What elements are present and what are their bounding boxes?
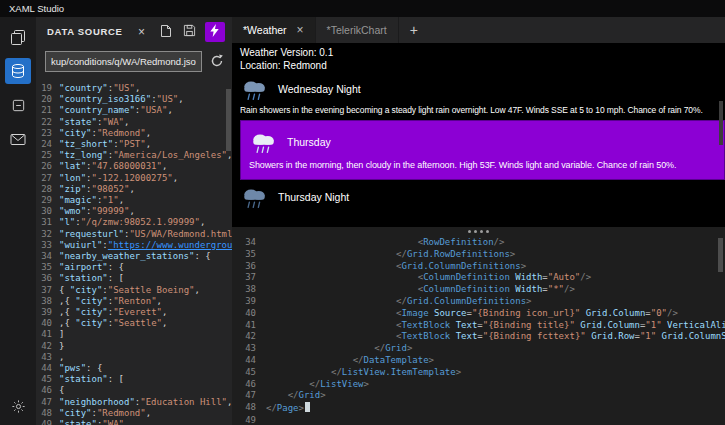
feedback-button[interactable] <box>2 124 34 154</box>
line-text: "pws": { <box>59 363 232 374</box>
tab-telerikchart[interactable]: *TelerikChart <box>316 17 399 43</box>
json-line[interactable]: 35"airport": { <box>36 262 232 273</box>
json-line[interactable]: 26"lat":"47.68000031", <box>36 161 232 172</box>
tab-close-icon[interactable]: × <box>297 24 304 36</box>
json-line[interactable]: 28"zip":"98052", <box>36 184 232 195</box>
code-line[interactable]: 39</Grid.ColumnDefinitions> <box>232 296 725 308</box>
line-text: </ListView> <box>266 379 725 391</box>
forecast-title: Wednesday Night <box>278 83 361 95</box>
panel-title: DATA SOURCE <box>47 26 126 37</box>
json-line[interactable]: 47"neighborhood":"Education Hill", <box>36 397 232 408</box>
tab-weather[interactable]: *Weather× <box>232 17 316 43</box>
forecast-text: Showers in the morning, then cloudy in t… <box>249 160 716 170</box>
json-line[interactable]: 34"nearby_weather_stations": { <box>36 251 232 262</box>
code-line[interactable]: 37<ColumnDefinition Width="Auto"/> <box>232 272 725 284</box>
json-line[interactable]: 29"magic":"1", <box>36 195 232 206</box>
code-line[interactable]: 41<TextBlock Text="{Binding title}" Grid… <box>232 320 725 332</box>
main-area: *Weather×*TelerikChart+ Weather Version:… <box>232 17 725 425</box>
json-line[interactable]: 25"tz_long":"America/Los_Angeles", <box>36 150 232 161</box>
preview-app-title: Weather Version: 0.1 <box>240 46 725 59</box>
code-line[interactable]: 44</DataTemplate> <box>232 355 725 367</box>
json-line[interactable]: 30"wmo":"99999", <box>36 206 232 217</box>
data-source-url-input[interactable] <box>45 51 202 72</box>
json-line[interactable]: 20"country_iso3166":"US", <box>36 94 232 105</box>
json-line[interactable]: 33"wuiurl":"https://www.wunderground.com… <box>36 240 232 251</box>
json-line[interactable]: 39,{ "city":"Everett", <box>36 307 232 318</box>
json-data-viewer[interactable]: 19"country":"US",20"country_iso3166":"US… <box>36 83 232 425</box>
code-line[interactable]: 35</Grid.RowDefinitions> <box>232 249 725 261</box>
line-text: "lat":"47.68000031", <box>59 161 232 172</box>
new-tab-button[interactable]: + <box>399 17 429 43</box>
forecast-item[interactable]: Thursday Night <box>240 184 725 210</box>
lightning-bolt-icon <box>210 23 220 41</box>
code-line[interactable]: 43</Grid> <box>232 343 725 355</box>
json-line[interactable]: 44"pws": { <box>36 363 232 374</box>
json-line[interactable]: 38,{ "city":"Renton", <box>36 296 232 307</box>
line-text: ,{ "city":"Seattle", <box>59 318 232 329</box>
live-data-button[interactable] <box>205 22 225 42</box>
code-line[interactable]: 34<RowDefinition/> <box>232 237 725 249</box>
code-line[interactable]: 36<Grid.ColumnDefinitions> <box>232 261 725 273</box>
line-text: { <box>59 385 232 396</box>
json-line[interactable]: 19"country":"US", <box>36 83 232 94</box>
live-preview: Weather Version: 0.1 Location: Redmond W… <box>232 43 725 227</box>
code-line[interactable]: 38<ColumnDefinition Width="*"/> <box>232 284 725 296</box>
code-line[interactable]: 46</ListView> <box>232 379 725 391</box>
json-line[interactable]: 31"l":"/q/zmw:98052.1.99999", <box>36 217 232 228</box>
line-number: 48 <box>232 402 256 415</box>
json-line[interactable]: 27"lon":"-122.12000275", <box>36 173 232 184</box>
close-panel-button[interactable]: × <box>133 23 150 40</box>
line-number: 27 <box>36 173 52 184</box>
line-number: 34 <box>232 237 256 249</box>
line-text: ,{ "city":"Everett", <box>59 307 232 318</box>
json-line[interactable]: 42} <box>36 341 232 352</box>
json-line[interactable]: 48"city":"Redmond", <box>36 408 232 419</box>
forecast-title: Thursday Night <box>278 191 349 203</box>
json-line[interactable]: 37{ "city":"Seattle Boeing", <box>36 285 232 296</box>
json-line[interactable]: 24"tz_short":"PST", <box>36 139 232 150</box>
line-number: 42 <box>36 341 52 352</box>
line-number: 40 <box>232 308 256 320</box>
json-line[interactable]: 22"state":"WA", <box>36 117 232 128</box>
code-line[interactable]: 42<TextBlock Text="{Binding fcttext}" Gr… <box>232 331 725 343</box>
documents-button[interactable] <box>2 22 34 52</box>
json-line[interactable]: 23"city":"Redmond", <box>36 128 232 139</box>
line-text: "l":"/q/zmw:98052.1.99999", <box>59 217 232 228</box>
forecast-item[interactable]: ThursdayShowers in the morning, then clo… <box>240 120 725 180</box>
code-line[interactable]: 48</Page> <box>232 402 725 415</box>
xaml-code-editor[interactable]: 34<RowDefinition/>35</Grid.RowDefinition… <box>232 235 725 425</box>
json-line[interactable]: 40,{ "city":"Seattle", <box>36 318 232 329</box>
line-number: 36 <box>36 273 52 284</box>
json-line[interactable]: 32"requesturl":"US/WA/Redmond.html", <box>36 229 232 240</box>
line-text: "nearby_weather_stations": { <box>59 251 232 262</box>
debug-button[interactable] <box>2 90 34 120</box>
data-source-button[interactable] <box>2 56 34 86</box>
settings-button[interactable] <box>0 399 36 418</box>
json-line[interactable]: 21"country_name":"USA", <box>36 105 232 116</box>
preview-scrollbar[interactable] <box>719 101 723 145</box>
new-file-button[interactable] <box>157 23 174 40</box>
json-viewer-scrollbar[interactable] <box>226 89 231 151</box>
refresh-button[interactable] <box>208 53 225 70</box>
line-number: 19 <box>36 83 52 94</box>
code-line[interactable]: 49 <box>232 415 725 425</box>
code-line[interactable]: 40<Image Source="{Binding icon_url}" Gri… <box>232 308 725 320</box>
code-line[interactable]: 45</ListView.ItemTemplate> <box>232 367 725 379</box>
save-button[interactable] <box>181 23 198 40</box>
json-line[interactable]: 45"station": [ <box>36 374 232 385</box>
json-line[interactable]: 46{ <box>36 385 232 396</box>
editor-scrollbar[interactable] <box>718 238 723 272</box>
line-text: "wmo":"99999", <box>59 206 232 217</box>
line-number: 37 <box>232 272 256 284</box>
data-source-panel: DATA SOURCE × <box>36 17 232 425</box>
json-line[interactable]: 41] <box>36 329 232 340</box>
code-line[interactable]: 47</Grid> <box>232 390 725 402</box>
line-text: "tz_long":"America/Los_Angeles", <box>59 150 232 161</box>
line-text: <TextBlock Text="{Binding fcttext}" Grid… <box>266 331 725 343</box>
preview-editor-splitter[interactable] <box>232 227 725 235</box>
json-line[interactable]: 43, <box>36 352 232 363</box>
new-file-icon <box>160 24 172 40</box>
forecast-item[interactable]: Wednesday NightRain showers in the eveni… <box>240 76 725 115</box>
json-line[interactable]: 49"state":"WA", <box>36 419 232 425</box>
json-line[interactable]: 36"station": [ <box>36 273 232 284</box>
